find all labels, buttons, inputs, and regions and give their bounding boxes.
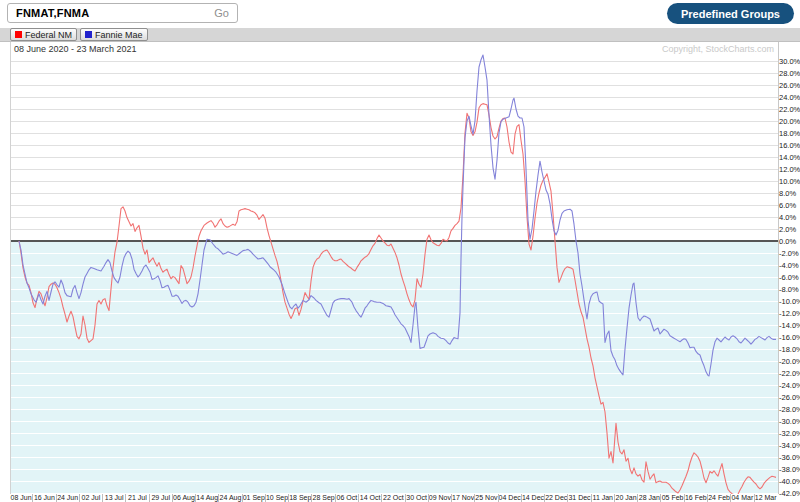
x-axis-tick-label: 12 Mar: [754, 494, 777, 502]
performance-lines: [11, 42, 778, 494]
y-axis-tick-label: -18.0%: [779, 345, 800, 354]
y-axis-tick-label: -42.0%: [779, 489, 800, 498]
x-axis-tick-label: 29 Jul: [149, 494, 172, 502]
x-axis-tick-label: 05 Feb: [660, 494, 683, 502]
x-axis-tick-label: 06 Aug: [172, 494, 195, 502]
series-line-fannie-mae: [19, 55, 776, 376]
x-axis-tick-label: 14 Aug: [195, 494, 218, 502]
x-axis-tick-label: 01 Sep: [242, 494, 265, 502]
y-axis-tick-label: -28.0%: [779, 405, 800, 414]
legend-swatch-icon: [85, 31, 92, 38]
y-axis-tick-label: -22.0%: [779, 369, 800, 378]
go-button[interactable]: Go: [214, 7, 229, 19]
y-axis-tick-label: -6.0%: [779, 273, 799, 282]
y-axis-tick-label: 10.0%: [779, 177, 800, 186]
y-axis-tick-label: 22.0%: [779, 105, 800, 114]
y-axis-tick-label: 14.0%: [779, 153, 800, 162]
y-axis-tick-label: 24.0%: [779, 93, 800, 102]
y-axis-tick-label: -12.0%: [779, 309, 800, 318]
x-axis-tick-label: 24 Aug: [218, 494, 241, 502]
x-axis-tick-label: 16 Jun: [32, 494, 55, 502]
x-axis-tick-label: 08 Jun: [10, 494, 32, 502]
y-axis-tick-label: -34.0%: [779, 441, 800, 450]
topbar: FNMAT,FNMA Go Predefined Groups: [0, 0, 800, 28]
y-axis: 30.0%28.0%26.0%24.0%22.0%20.0%18.0%16.0%…: [779, 42, 800, 494]
y-axis-tick-label: 18.0%: [779, 129, 800, 138]
y-axis-tick-label: -16.0%: [779, 333, 800, 342]
symbol-input-value: FNMAT,FNMA: [16, 7, 89, 19]
x-axis-tick-label: 06 Oct: [335, 494, 358, 502]
y-axis-tick-label: -40.0%: [779, 477, 800, 486]
y-axis-tick-label: -20.0%: [779, 357, 800, 366]
y-axis-tick-label: -26.0%: [779, 393, 800, 402]
x-axis-tick-label: 21 Jul: [125, 494, 148, 502]
legend-label: Fannie Mae: [95, 30, 143, 40]
date-range-label: 08 June 2020 - 23 March 2021: [14, 44, 137, 54]
x-axis-tick-label: 22 Oct: [381, 494, 404, 502]
symbol-input[interactable]: FNMAT,FNMA Go: [7, 3, 238, 23]
y-axis-tick-label: 26.0%: [779, 81, 800, 90]
x-axis-tick-label: 20 Jan: [614, 494, 637, 502]
x-axis-tick-label: 04 Dec: [498, 494, 521, 502]
y-axis-tick-label: 28.0%: [779, 69, 800, 78]
x-axis-tick-label: 30 Oct: [405, 494, 428, 502]
x-axis-tick-label: 31 Dec: [567, 494, 590, 502]
y-axis-tick-label: -4.0%: [779, 261, 799, 270]
y-axis-tick-label: 20.0%: [779, 117, 800, 126]
x-axis-tick-label: 28 Jan: [637, 494, 660, 502]
y-axis-tick-label: -8.0%: [779, 285, 799, 294]
x-axis-tick-label: 22 Dec: [544, 494, 567, 502]
plot-area: 08 June 2020 - 23 March 2021 Copyright, …: [10, 42, 779, 494]
y-axis-tick-label: -14.0%: [779, 321, 800, 330]
x-axis-tick-label: 14 Oct: [358, 494, 381, 502]
legend-chip[interactable]: Federal NM: [10, 28, 77, 41]
y-axis-tick-label: 2.0%: [779, 225, 796, 234]
y-axis-tick-label: 6.0%: [779, 201, 796, 210]
y-axis-tick-label: 12.0%: [779, 165, 800, 174]
y-axis-tick-label: -10.0%: [779, 297, 800, 306]
y-axis-tick-label: -36.0%: [779, 453, 800, 462]
x-axis-tick-label: 14 Dec: [521, 494, 544, 502]
x-axis-tick-label: 24 Jun: [56, 494, 79, 502]
x-axis-tick-label: 25 Nov: [474, 494, 497, 502]
y-axis-tick-label: -38.0%: [779, 465, 800, 474]
y-axis-tick-label: -32.0%: [779, 429, 800, 438]
predefined-groups-button[interactable]: Predefined Groups: [667, 3, 794, 24]
x-axis-tick-label: 04 Mar: [730, 494, 753, 502]
y-axis-tick-label: 4.0%: [779, 213, 796, 222]
legend-band: Federal NMFannie Mae: [0, 28, 800, 42]
x-axis-tick-label: 09 Nov: [428, 494, 451, 502]
y-axis-tick-label: -24.0%: [779, 381, 800, 390]
x-axis-tick-label: 17 Nov: [451, 494, 474, 502]
x-axis-tick-label: 24 Feb: [707, 494, 730, 502]
x-axis-tick-label: 13 Jul: [102, 494, 125, 502]
series-line-federal-nm: [19, 104, 776, 494]
y-axis-tick-label: 0.0%: [779, 237, 796, 246]
legend-label: Federal NM: [25, 30, 72, 40]
x-axis-tick-label: 10 Sep: [265, 494, 288, 502]
x-axis-tick-label: 11 Jan: [591, 494, 614, 502]
legend-swatch-icon: [15, 31, 22, 38]
x-axis-tick-label: 28 Sep: [311, 494, 334, 502]
y-axis-tick-label: 30.0%: [779, 57, 800, 66]
x-axis-tick-label: 18 Sep: [288, 494, 311, 502]
y-axis-tick-label: -30.0%: [779, 417, 800, 426]
x-axis: 08 Jun16 Jun24 Jun02 Jul13 Jul21 Jul29 J…: [10, 494, 777, 502]
y-axis-tick-label: 8.0%: [779, 189, 796, 198]
y-axis-tick-label: 16.0%: [779, 141, 800, 150]
legend-chip[interactable]: Fannie Mae: [80, 28, 148, 41]
y-axis-tick-label: -2.0%: [779, 249, 799, 258]
x-axis-tick-label: 02 Jul: [79, 494, 102, 502]
x-axis-tick-label: 16 Feb: [684, 494, 707, 502]
copyright-label: Copyright, StockCharts.com: [662, 44, 774, 54]
